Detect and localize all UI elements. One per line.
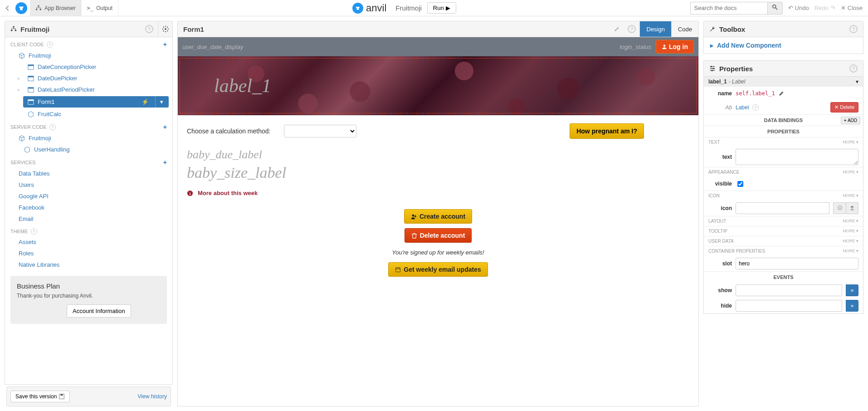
save-version-button[interactable]: Save this version (10, 391, 70, 402)
create-account-button[interactable]: Create account (404, 209, 472, 224)
close-button[interactable]: ✕ Close (841, 5, 863, 11)
add-service-button[interactable]: + (163, 159, 167, 166)
group-icon[interactable]: ICON MORE ▾ (704, 191, 863, 201)
help-icon[interactable]: ? (31, 228, 37, 235)
help-icon[interactable]: ? (145, 25, 153, 33)
tree-item-theme[interactable]: Native Libraries (5, 259, 172, 270)
action-column: Create account Delete account You're sig… (187, 209, 689, 277)
help-icon[interactable]: ? (628, 25, 636, 33)
baby-size-label[interactable]: baby_size_label (187, 164, 689, 181)
icon-upload-button[interactable] (846, 202, 858, 214)
svg-point-3 (772, 5, 775, 8)
tree-item-module[interactable]: FruitCalc (5, 108, 172, 120)
selected-component-dropdown[interactable]: label_1 - Label ▾ (704, 77, 863, 87)
delete-component-button[interactable]: ✕ Delete (830, 102, 858, 113)
tree-item-form[interactable]: ▸ DateDuePicker (5, 73, 172, 84)
icon-info-button[interactable]: i (833, 202, 846, 214)
tree-item-service[interactable]: Data Tables (5, 168, 172, 179)
tree-item-form[interactable]: DateConceptionPicker (5, 61, 172, 73)
group-layout[interactable]: LAYOUT MORE ▾ (704, 216, 863, 226)
calc-method-select[interactable] (284, 125, 356, 137)
hide-event-go-button[interactable]: » (846, 300, 858, 312)
svg-rect-11 (28, 76, 34, 77)
group-userdata[interactable]: USER DATA MORE ▾ (704, 236, 863, 246)
search-input[interactable] (690, 2, 767, 15)
add-component-button[interactable]: ▸ Add New Component (703, 37, 863, 54)
help-icon[interactable]: ? (849, 25, 858, 33)
login-button[interactable]: Log in (656, 40, 694, 54)
caret-down-icon[interactable]: ▾ (155, 96, 168, 108)
help-icon[interactable]: ? (49, 124, 56, 130)
search-icon (772, 4, 778, 10)
search-button[interactable] (767, 2, 783, 15)
prop-hide-row: hide » (704, 298, 863, 313)
help-icon[interactable]: ? (849, 64, 858, 73)
text-input[interactable] (736, 149, 858, 165)
user-plus-icon (411, 214, 417, 220)
tree-item-form[interactable]: ▸ DateLastPeriodPicker (5, 84, 172, 95)
tab-label: Output (96, 5, 112, 11)
tree-item-theme[interactable]: Assets (5, 236, 172, 248)
tree-item-package[interactable]: Fruitmoji (5, 132, 172, 144)
close-icon: ✕ (841, 5, 846, 11)
caret-down-icon: ▾ (856, 78, 858, 85)
tree-item-form-selected[interactable]: Form1 ⚡ ▾ (23, 96, 169, 108)
calculate-button[interactable]: How pregnant am I? (570, 123, 644, 139)
sitemap-icon (10, 26, 17, 32)
undo-button[interactable]: ↶ Undo (788, 5, 809, 11)
expand-icon[interactable]: ⤢ (610, 25, 624, 33)
hero-image[interactable]: label_1 (178, 56, 698, 115)
help-icon[interactable]: ? (47, 41, 53, 48)
chevron-right-icon[interactable]: ▸ (18, 87, 20, 92)
tab-design[interactable]: Design (639, 21, 671, 37)
weekly-updates-button[interactable]: Get weekly email updates (388, 262, 488, 277)
more-about-link[interactable]: i More about this week (187, 190, 689, 196)
component-type-link[interactable]: Label (736, 104, 749, 111)
prop-show-row: show » (704, 283, 863, 298)
form-icon (28, 64, 34, 70)
tab-output[interactable]: >_ Output (82, 0, 118, 16)
help-icon[interactable]: ? (752, 104, 759, 111)
group-text[interactable]: TEXT MORE ▾ (704, 137, 863, 147)
account-info-button[interactable]: Account Information (67, 304, 131, 318)
topbar-center: anvil Fruitmoji Run ▶ (118, 2, 690, 14)
show-event-go-button[interactable]: » (846, 284, 858, 296)
tree-item-module[interactable]: UserHandling (5, 144, 172, 155)
add-server-button[interactable]: + (163, 123, 167, 131)
baby-due-label[interactable]: baby_due_label (187, 148, 689, 161)
anvil-logo-icon[interactable] (15, 2, 27, 14)
tree-item-service[interactable]: Email (5, 213, 172, 225)
pencil-icon[interactable] (779, 91, 784, 96)
add-client-button[interactable]: + (163, 41, 167, 48)
group-appearance[interactable]: APPEARANCE MORE ▾ (704, 167, 863, 177)
slot-input[interactable] (736, 258, 858, 269)
tree-item-theme[interactable]: Roles (5, 248, 172, 259)
properties-body: label_1 - Label ▾ name self.label_1 Ab L… (703, 77, 863, 314)
chevron-right-icon[interactable]: ▸ (18, 76, 20, 81)
tab-app-browser[interactable]: App Browser (30, 0, 82, 16)
tree-item-service[interactable]: Facebook (5, 202, 172, 213)
run-button[interactable]: Run ▶ (427, 2, 456, 14)
group-container[interactable]: CONTAINER PROPERTIES MORE ▾ (704, 246, 863, 256)
login-status-placeholder[interactable]: login_status (620, 44, 651, 50)
due-date-placeholder[interactable]: user_due_date_display (182, 44, 243, 50)
tree-item-service[interactable]: Users (5, 179, 172, 191)
prop-name-value[interactable]: self.label_1 (736, 90, 775, 97)
tree-item-service[interactable]: Google API (5, 191, 172, 202)
tree-item-package[interactable]: Fruitmoji (5, 50, 172, 61)
icon-input[interactable] (736, 202, 829, 214)
delete-account-button[interactable]: Delete account (405, 228, 472, 243)
prop-label: name (708, 90, 732, 97)
settings-button[interactable] (158, 22, 172, 36)
visible-checkbox[interactable] (737, 181, 743, 187)
back-button[interactable] (3, 5, 13, 11)
view-history-link[interactable]: View history (138, 393, 167, 400)
add-binding-button[interactable]: + ADD (841, 117, 860, 124)
prop-label: icon (708, 205, 732, 211)
tab-code[interactable]: Code (671, 21, 698, 37)
label-1-placeholder[interactable]: label_1 (214, 75, 271, 97)
hide-event-input[interactable] (736, 300, 842, 312)
design-canvas[interactable]: user_due_date_display login_status Log i… (177, 37, 699, 406)
show-event-input[interactable] (736, 284, 842, 296)
group-tooltip[interactable]: TOOLTIP MORE ▾ (704, 226, 863, 236)
